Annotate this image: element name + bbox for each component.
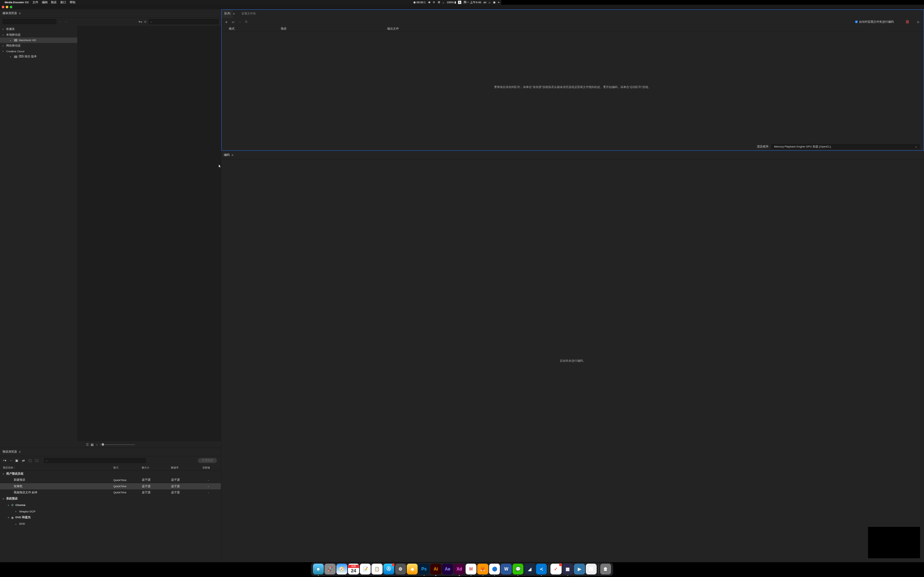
media-browser-path-dropdown[interactable] <box>3 19 56 24</box>
spotlight-icon[interactable]: ⌕ <box>489 1 491 4</box>
header-output[interactable]: 输出文件 <box>387 27 501 31</box>
duplicate-icon[interactable]: ⧉ <box>245 20 247 24</box>
tree-label: 收藏夹 <box>6 27 15 31</box>
menu-preset[interactable]: 预设 <box>51 1 57 4</box>
siri-icon[interactable]: ◉ <box>493 1 496 4</box>
tree-label: 本地驱动器 <box>6 33 21 37</box>
tree-label: Macintosh HD <box>19 39 36 42</box>
add-watch-icon[interactable]: ⇄ <box>232 20 234 24</box>
tree-local-drives[interactable]: ▾本地驱动器 <box>0 32 77 37</box>
media-browser-panel: 媒体浏览器 ≡ ← → ▼▸ ⊙ ▾收藏夹 ▾本地驱动器 ▸Maci <box>0 10 221 313</box>
window-minimize-button[interactable] <box>6 6 8 8</box>
tree-creative-cloud[interactable]: ▾Creative Cloud <box>0 48 77 54</box>
menu-file[interactable]: 文件 <box>32 1 38 4</box>
team-icon <box>14 56 17 58</box>
menu-edit[interactable]: 编辑 <box>42 1 48 4</box>
media-browser-tree: ▾收藏夹 ▾本地驱动器 ▸Macintosh HD ▾网络驱动器 ▾Creati… <box>0 26 77 313</box>
window-maximize-button[interactable] <box>10 6 12 8</box>
status-input[interactable]: A <box>458 1 461 4</box>
encoding-panel: 编码 ≡ 目前尚未进行编码。 <box>221 151 501 313</box>
tree-favorites[interactable]: ▾收藏夹 <box>0 27 77 32</box>
macos-menubar: Media Encoder CC 文件 编辑 预设 窗口 帮助 ◉00:00.1… <box>0 0 501 5</box>
app-window: 媒体浏览器 ≡ ← → ▼▸ ⊙ ▾收藏夹 ▾本地驱动器 ▸Maci <box>0 5 501 313</box>
window-close-button[interactable] <box>2 6 4 8</box>
encoding-menu-icon[interactable]: ≡ <box>231 153 233 157</box>
status-record-time: 00:00.1 <box>417 1 426 4</box>
filter-icon[interactable]: ▼▸ <box>138 20 142 23</box>
media-browser-content[interactable] <box>77 26 221 313</box>
queue-empty-text: 要将项目添加到队列，请单击"添加源"按钮或者从媒体浏览器或桌面将文件拖到此处。要… <box>494 85 501 89</box>
ingest-icon[interactable]: ⊙ <box>144 20 147 23</box>
remove-icon[interactable]: − <box>239 20 241 24</box>
encoding-title[interactable]: 编码 <box>224 153 229 157</box>
disk-icon <box>14 39 17 42</box>
add-source-icon[interactable]: + <box>225 20 228 24</box>
tree-label: 团队项目 版本 <box>19 55 37 58</box>
tree-network-drives[interactable]: ▾网络驱动器 <box>0 43 77 48</box>
queue-panel: 队列 ≡ 监视文件夹 + ⇄ − ⧉ 自动对监视文件夹进行编码 ▶ <box>221 10 501 151</box>
status-wifi-icon[interactable]: ⌵ <box>443 1 444 4</box>
tree-team-projects[interactable]: ▸团队项目 版本 <box>0 54 77 60</box>
status-send-icon[interactable]: ✈ <box>433 1 435 4</box>
media-browser-menu-icon[interactable]: ≡ <box>19 11 21 15</box>
nav-forward-icon[interactable]: → <box>64 20 68 23</box>
status-record[interactable]: ◉00:00.1 <box>413 1 426 4</box>
status-grid-icon[interactable]: ⊞ <box>438 1 440 4</box>
status-datetime[interactable]: 周一 上午9:48 <box>464 1 481 4</box>
media-browser-title[interactable]: 媒体浏览器 <box>3 11 17 15</box>
header-format[interactable]: 格式 <box>229 27 281 31</box>
header-preset[interactable]: 预设 <box>281 27 388 31</box>
menu-help[interactable]: 帮助 <box>69 1 76 4</box>
queue-menu-icon[interactable]: ≡ <box>233 12 234 16</box>
tab-watch-folders[interactable]: 监视文件夹 <box>239 10 258 18</box>
status-wechat-icon[interactable]: ❀ <box>428 1 431 4</box>
menu-list-icon[interactable]: ≡ <box>498 1 499 4</box>
app-name[interactable]: Media Encoder CC <box>5 1 29 4</box>
titlebar <box>0 5 501 10</box>
status-user[interactable]: air <box>484 1 486 4</box>
tree-label: Creative Cloud <box>6 50 24 53</box>
tree-macintosh-hd[interactable]: ▸Macintosh HD <box>0 37 77 43</box>
nav-back-icon[interactable]: ← <box>58 20 62 23</box>
status-battery-pct: 100% <box>447 1 454 4</box>
media-browser-search-input[interactable] <box>149 19 219 24</box>
tab-queue[interactable]: 队列 <box>221 10 233 18</box>
status-battery[interactable]: 100% ▮ <box>447 1 456 4</box>
queue-empty-state[interactable]: 要将项目添加到队列，请单击"添加源"按钮或者从媒体浏览器或桌面将文件拖到此处。要… <box>221 32 501 143</box>
tree-label: 网络驱动器 <box>6 44 21 48</box>
menu-window[interactable]: 窗口 <box>60 1 66 4</box>
